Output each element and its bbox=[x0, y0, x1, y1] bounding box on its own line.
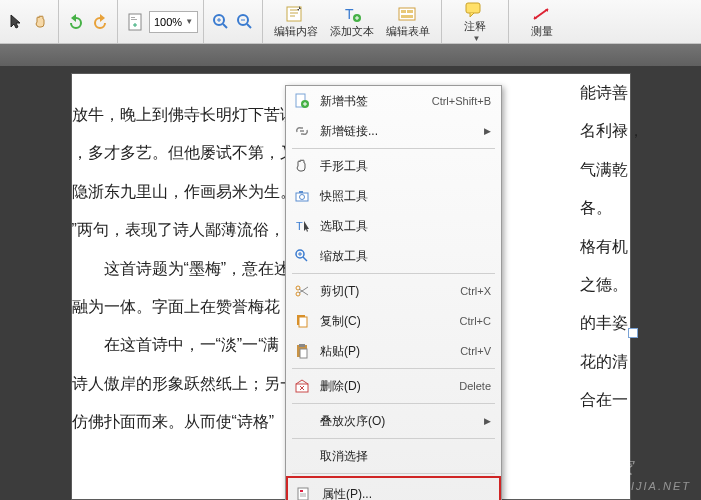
edit-form-button[interactable]: 编辑表单 bbox=[380, 1, 436, 43]
button-label: 编辑内容 bbox=[274, 24, 318, 39]
svg-rect-0 bbox=[129, 14, 141, 30]
menu-label: 剪切(T) bbox=[320, 283, 460, 300]
text-tail: 能诗善 bbox=[580, 74, 640, 112]
menu-label: 属性(P)... bbox=[322, 486, 489, 501]
menu-label: 新增书签 bbox=[320, 93, 432, 110]
chevron-down-icon: ▼ bbox=[473, 34, 481, 43]
bookmark-icon bbox=[292, 92, 312, 110]
menu-add-link[interactable]: 新增链接...▶ bbox=[286, 116, 501, 146]
svg-line-18 bbox=[534, 9, 548, 19]
menu-copy[interactable]: 复制(C)Ctrl+C bbox=[286, 306, 501, 336]
copy-icon bbox=[292, 312, 312, 330]
highlight-box: 属性(P)... bbox=[286, 476, 501, 500]
svg-line-26 bbox=[303, 257, 307, 261]
zoom-value: 100% bbox=[154, 16, 182, 28]
clipboard-icon bbox=[292, 342, 312, 360]
zoom-out-button[interactable] bbox=[233, 2, 257, 42]
menu-label: 取消选择 bbox=[320, 448, 491, 465]
menu-shortcut: Ctrl+X bbox=[460, 285, 491, 297]
menu-label: 叠放次序(O) bbox=[320, 413, 480, 430]
delete-icon bbox=[292, 377, 312, 395]
text-tail: 气满乾 bbox=[580, 151, 640, 189]
fit-page-button[interactable] bbox=[123, 2, 147, 42]
scissors-icon bbox=[292, 282, 312, 300]
svg-rect-15 bbox=[407, 10, 413, 13]
menu-label: 粘贴(P) bbox=[320, 343, 460, 360]
button-label: 编辑表单 bbox=[386, 24, 430, 39]
camera-icon bbox=[292, 187, 312, 205]
menu-add-bookmark[interactable]: 新增书签Ctrl+Shift+B bbox=[286, 86, 501, 116]
svg-rect-2 bbox=[131, 19, 137, 20]
menu-delete[interactable]: 删除(D)Delete bbox=[286, 371, 501, 401]
menu-properties[interactable]: 属性(P)... bbox=[288, 479, 499, 500]
text-tail: 合在一 bbox=[580, 381, 640, 419]
annotate-button[interactable]: 注释▼ bbox=[447, 1, 503, 43]
blank-icon bbox=[292, 412, 312, 430]
undo-button[interactable] bbox=[64, 2, 88, 42]
svg-rect-23 bbox=[299, 191, 303, 193]
edit-content-button[interactable]: 编辑内容 bbox=[268, 1, 324, 43]
text-tail: 之德。 bbox=[580, 266, 640, 304]
menu-paste[interactable]: 粘贴(P)Ctrl+V bbox=[286, 336, 501, 366]
menu-shortcut: Ctrl+V bbox=[460, 345, 491, 357]
menu-hand-tool[interactable]: 手形工具 bbox=[286, 151, 501, 181]
svg-rect-17 bbox=[466, 3, 480, 13]
context-menu: 新增书签Ctrl+Shift+B 新增链接...▶ 手形工具 快照工具 T选取工… bbox=[285, 85, 502, 500]
properties-icon bbox=[294, 485, 314, 500]
text-tail: 格有机 bbox=[580, 228, 640, 266]
button-label: 注释 bbox=[464, 19, 486, 34]
button-label: 添加文本 bbox=[330, 24, 374, 39]
svg-rect-14 bbox=[401, 10, 406, 13]
svg-text:T: T bbox=[296, 220, 303, 232]
menu-zoom-tool[interactable]: 缩放工具 bbox=[286, 241, 501, 271]
svg-rect-38 bbox=[300, 490, 303, 492]
chevron-down-icon: ▼ bbox=[185, 17, 193, 26]
menu-label: 缩放工具 bbox=[320, 248, 491, 265]
zoom-combo[interactable]: 100%▼ bbox=[149, 11, 198, 33]
menu-select-tool[interactable]: T选取工具 bbox=[286, 211, 501, 241]
tab-bar bbox=[0, 44, 701, 66]
menu-stacking-order[interactable]: 叠放次序(O)▶ bbox=[286, 406, 501, 436]
menu-label: 手形工具 bbox=[320, 158, 491, 175]
menu-label: 复制(C) bbox=[320, 313, 460, 330]
svg-rect-32 bbox=[299, 317, 307, 327]
menu-deselect[interactable]: 取消选择 bbox=[286, 441, 501, 471]
menu-snapshot-tool[interactable]: 快照工具 bbox=[286, 181, 501, 211]
text-tail: 名利禄， bbox=[580, 112, 640, 150]
svg-rect-13 bbox=[399, 8, 415, 20]
watermark: 系统之家 XITONGZHIJIA.NET bbox=[558, 456, 691, 492]
menu-cut[interactable]: 剪切(T)Ctrl+X bbox=[286, 276, 501, 306]
svg-line-4 bbox=[223, 24, 227, 28]
watermark-domain: XITONGZHIJIA.NET bbox=[558, 480, 691, 492]
hand-tool-button[interactable] bbox=[29, 2, 53, 42]
svg-line-8 bbox=[247, 24, 251, 28]
menu-label: 删除(D) bbox=[320, 378, 459, 395]
link-icon bbox=[292, 122, 312, 140]
text-select-icon: T bbox=[292, 217, 312, 235]
submenu-arrow-icon: ▶ bbox=[484, 126, 491, 136]
text-tail: 各。 bbox=[580, 189, 640, 227]
redo-button[interactable] bbox=[88, 2, 112, 42]
blank-icon bbox=[292, 447, 312, 465]
svg-rect-16 bbox=[401, 15, 413, 18]
svg-rect-1 bbox=[131, 17, 135, 18]
add-text-button[interactable]: T添加文本 bbox=[324, 1, 380, 43]
menu-shortcut: Ctrl+Shift+B bbox=[432, 95, 491, 107]
svg-rect-35 bbox=[300, 349, 307, 358]
toolbar: 100%▼ 编辑内容 T添加文本 编辑表单 注释▼ 测量 bbox=[0, 0, 701, 44]
select-tool-button[interactable] bbox=[5, 2, 29, 42]
menu-shortcut: Ctrl+C bbox=[460, 315, 491, 327]
svg-text:T: T bbox=[345, 6, 354, 22]
menu-shortcut: Delete bbox=[459, 380, 491, 392]
submenu-arrow-icon: ▶ bbox=[484, 416, 491, 426]
menu-label: 新增链接... bbox=[320, 123, 480, 140]
button-label: 测量 bbox=[531, 24, 553, 39]
magnifier-icon bbox=[292, 247, 312, 265]
watermark-brand: 系统之家 bbox=[558, 458, 634, 478]
menu-label: 快照工具 bbox=[320, 188, 491, 205]
text-tail: 的丰姿 bbox=[580, 304, 640, 342]
zoom-in-button[interactable] bbox=[209, 2, 233, 42]
measure-button[interactable]: 测量 bbox=[514, 1, 570, 43]
text-tail: 花的清 bbox=[580, 343, 640, 381]
hand-icon bbox=[292, 157, 312, 175]
